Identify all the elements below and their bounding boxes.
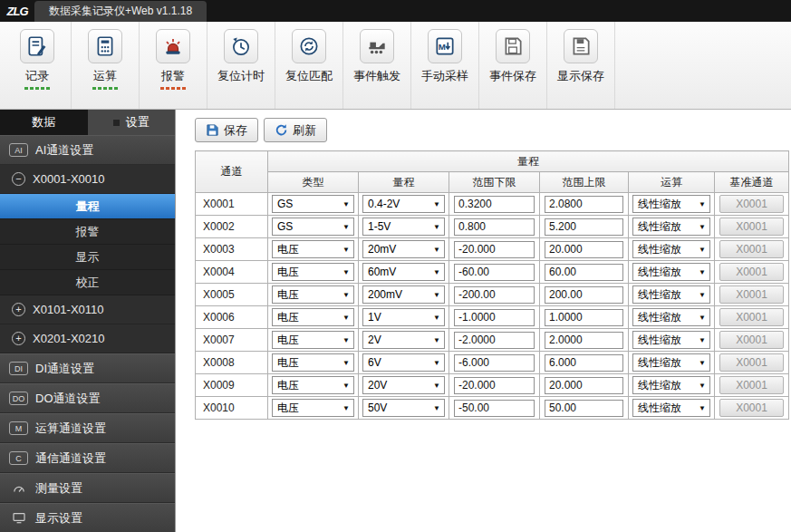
operation-select[interactable]: 线性缩放▼ — [632, 195, 710, 213]
sidebar-item-channel-x0101-x0110[interactable]: +X0101-X0110 — [0, 295, 175, 324]
sidebar-item-di-channel-settings[interactable]: DIDI通道设置 — [0, 353, 175, 383]
toolbar-compute-button[interactable]: 运算 — [72, 22, 140, 109]
refresh-button[interactable]: 刷新 — [264, 118, 327, 142]
toolbar-event-trigger-button[interactable]: 事件触发 — [343, 22, 411, 109]
table-row: X0010电压▼50V▼线性缩放▼X0001 — [196, 397, 789, 420]
operation-select[interactable]: 线性缩放▼ — [632, 263, 710, 281]
type-select[interactable]: 电压▼ — [272, 399, 354, 417]
type-select[interactable]: 电压▼ — [272, 331, 354, 349]
operation-select[interactable]: 线性缩放▼ — [632, 399, 710, 417]
operation-select[interactable]: 线性缩放▼ — [632, 285, 710, 304]
tab-settings[interactable]: 设置 — [88, 110, 176, 135]
sidebar-item-label: 运算通道设置 — [35, 421, 106, 437]
chevron-down-icon: ▼ — [342, 200, 351, 208]
lower-limit-input[interactable] — [454, 354, 535, 372]
type-select[interactable]: GS▼ — [272, 195, 354, 213]
expand-icon[interactable]: + — [12, 332, 25, 345]
sidebar-item-alarm-page[interactable]: 报警 — [0, 219, 175, 245]
sidebar-item-display-page[interactable]: 显示 — [0, 245, 175, 270]
toolbar: 记录运算报警复位计时复位匹配事件触发M手动采样事件保存显示保存 — [0, 22, 791, 110]
upper-limit-input[interactable] — [545, 241, 623, 258]
range-select[interactable]: 50V▼ — [362, 399, 445, 417]
toolbar-reset-timer-button[interactable]: 复位计时 — [207, 22, 275, 109]
toolbar-label: 复位匹配 — [285, 68, 333, 84]
col-header-channel: 通道 — [196, 151, 268, 193]
operation-select[interactable]: 线性缩放▼ — [632, 331, 710, 349]
upper-limit-input[interactable] — [545, 286, 623, 304]
range-select[interactable]: 0.4-2V▼ — [362, 195, 445, 213]
sidebar-item-ai-channel-settings[interactable]: AIAI通道设置 — [0, 135, 175, 165]
toolbar-manual-sample-button[interactable]: M手动采样 — [411, 22, 479, 109]
sidebar-item-label: 测量设置 — [35, 480, 82, 497]
chevron-down-icon: ▼ — [432, 314, 441, 322]
chevron-down-icon: ▼ — [432, 404, 441, 412]
range-select[interactable]: 1V▼ — [362, 308, 445, 326]
event-save-icon — [496, 29, 530, 63]
sidebar-item-do-channel-settings[interactable]: DODO通道设置 — [0, 383, 175, 413]
lower-limit-input[interactable] — [454, 400, 535, 417]
upper-limit-input[interactable] — [545, 400, 623, 417]
chevron-down-icon: ▼ — [432, 268, 441, 276]
range-select[interactable]: 20mV▼ — [362, 240, 445, 258]
lower-limit-input[interactable] — [454, 286, 535, 304]
range-select[interactable]: 2V▼ — [362, 331, 445, 349]
sidebar-item-measure-settings[interactable]: 测量设置 — [0, 473, 175, 503]
sidebar-item-math-channel-settings[interactable]: M运算通道设置 — [0, 413, 175, 443]
type-select[interactable]: 电压▼ — [272, 285, 354, 304]
toolbar-alarm-button[interactable]: 报警 — [140, 22, 207, 109]
lower-limit-input[interactable] — [454, 218, 535, 236]
operation-select[interactable]: 线性缩放▼ — [632, 353, 710, 372]
sidebar-item-channel-x0001-x0010[interactable]: −X0001-X0010 — [0, 165, 175, 194]
operation-select[interactable]: 线性缩放▼ — [632, 218, 710, 236]
upper-limit-input[interactable] — [545, 196, 623, 213]
toolbar-reset-match-button[interactable]: 复位匹配 — [275, 22, 343, 109]
upper-limit-input[interactable] — [545, 377, 623, 394]
tab-settings-icon — [113, 120, 120, 126]
operation-select[interactable]: 线性缩放▼ — [632, 240, 710, 258]
lower-limit-input[interactable] — [454, 196, 535, 213]
lower-limit-input[interactable] — [454, 377, 535, 394]
upper-limit-input[interactable] — [545, 218, 623, 236]
range-select[interactable]: 60mV▼ — [362, 263, 445, 281]
chevron-down-icon: ▼ — [698, 246, 707, 254]
sidebar-item-calibration-page[interactable]: 校正 — [0, 270, 175, 295]
save-button[interactable]: 保存 — [195, 118, 258, 142]
upper-limit-input[interactable] — [545, 354, 623, 372]
range-select[interactable]: 20V▼ — [362, 376, 445, 394]
operation-select[interactable]: 线性缩放▼ — [632, 376, 710, 394]
collapse-icon[interactable]: − — [12, 172, 25, 186]
type-select[interactable]: 电压▼ — [272, 240, 354, 258]
expand-icon[interactable]: + — [12, 303, 25, 316]
type-select[interactable]: 电压▼ — [272, 308, 354, 326]
upper-limit-input[interactable] — [545, 309, 623, 326]
range-select[interactable]: 200mV▼ — [362, 285, 445, 304]
type-select[interactable]: 电压▼ — [272, 376, 354, 394]
table-row: X0003电压▼20mV▼线性缩放▼X0001 — [196, 238, 789, 261]
toolbar-record-button[interactable]: 记录 — [4, 22, 72, 109]
type-select[interactable]: 电压▼ — [272, 263, 354, 281]
operation-select[interactable]: 线性缩放▼ — [632, 308, 710, 326]
type-select[interactable]: GS▼ — [272, 218, 354, 236]
channel-label: X0008 — [196, 352, 268, 374]
toolbar-event-save-button[interactable]: 事件保存 — [479, 22, 547, 109]
col-header-range: 量程 — [359, 172, 449, 193]
sidebar-item-comm-channel-settings[interactable]: C通信通道设置 — [0, 443, 175, 473]
table-row: X0007电压▼2V▼线性缩放▼X0001 — [196, 329, 789, 352]
range-select[interactable]: 1-5V▼ — [362, 218, 445, 236]
lower-limit-input[interactable] — [454, 332, 535, 349]
range-select[interactable]: 6V▼ — [362, 353, 445, 372]
toolbar-display-save-button[interactable]: 显示保存 — [547, 22, 615, 109]
sidebar-item-channel-x0201-x0210[interactable]: +X0201-X0210 — [0, 324, 175, 353]
channel-label: X0001 — [196, 193, 268, 216]
chevron-down-icon: ▼ — [698, 336, 707, 344]
manual-sample-icon: M — [428, 29, 462, 63]
lower-limit-input[interactable] — [454, 309, 535, 326]
type-select[interactable]: 电压▼ — [272, 353, 354, 372]
lower-limit-input[interactable] — [454, 241, 535, 258]
upper-limit-input[interactable] — [545, 264, 623, 281]
lower-limit-input[interactable] — [454, 264, 535, 281]
sidebar-item-range-page[interactable]: 量程 — [0, 194, 175, 219]
upper-limit-input[interactable] — [545, 332, 623, 349]
tab-data[interactable]: 数据 — [0, 110, 88, 135]
sidebar-item-display-settings[interactable]: 显示设置 — [0, 503, 175, 532]
